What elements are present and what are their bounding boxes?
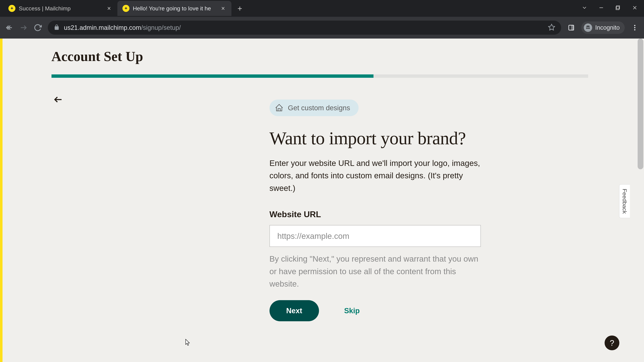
incognito-badge[interactable]: Incognito <box>581 21 625 34</box>
browser-tab-active[interactable]: ✦ Hello! You're going to love it he × <box>118 1 232 16</box>
browser-tab-inactive[interactable]: ✦ Success | Mailchimp × <box>3 1 118 16</box>
svg-point-14 <box>634 27 635 28</box>
svg-marker-8 <box>548 24 555 30</box>
disclaimer: By clicking "Next," you represent and wa… <box>270 253 481 290</box>
field-label: Website URL <box>270 210 481 219</box>
reload-button[interactable] <box>32 22 44 33</box>
tab-bar: ✦ Success | Mailchimp × ✦ Hello! You're … <box>0 0 644 17</box>
mailchimp-favicon-icon: ✦ <box>122 5 130 12</box>
minimize-icon[interactable] <box>597 5 606 12</box>
url-path: /signup/setup/ <box>141 24 181 31</box>
incognito-label: Incognito <box>595 24 620 31</box>
address-bar-row: us21.admin.mailchimp.com/signup/setup/ I… <box>0 17 644 38</box>
tab-dropdown-icon[interactable] <box>580 5 589 12</box>
help-button[interactable]: ? <box>604 336 619 350</box>
back-button[interactable] <box>3 22 15 33</box>
close-tab-icon[interactable]: × <box>106 5 112 12</box>
tab-title: Success | Mailchimp <box>19 5 103 12</box>
page-viewport: Account Set Up Get custom designs Want t… <box>0 38 644 362</box>
skip-button[interactable]: Skip <box>344 307 360 315</box>
bookmark-star-icon[interactable] <box>548 24 555 32</box>
progress-bar <box>52 74 588 78</box>
new-tab-button[interactable]: + <box>235 3 245 13</box>
custom-designs-badge: Get custom designs <box>270 99 358 116</box>
incognito-icon <box>584 23 592 32</box>
close-tab-icon[interactable]: × <box>220 5 226 12</box>
svg-point-12 <box>588 27 590 29</box>
svg-rect-10 <box>572 25 574 30</box>
brand-stripe <box>0 38 2 362</box>
house-icon <box>274 103 284 112</box>
button-row: Next Skip <box>270 300 481 321</box>
window-controls <box>580 5 644 12</box>
back-arrow-button[interactable] <box>52 93 65 106</box>
progress-fill <box>52 74 374 78</box>
svg-point-11 <box>586 27 588 29</box>
lock-icon <box>54 24 60 31</box>
feedback-tab[interactable]: Feedback <box>619 184 630 218</box>
description: Enter your website URL and we'll import … <box>270 157 481 194</box>
page-heading: Account Set Up <box>52 49 588 64</box>
close-window-icon[interactable] <box>630 5 639 12</box>
maximize-icon[interactable] <box>614 5 622 12</box>
address-bar[interactable]: us21.admin.mailchimp.com/signup/setup/ <box>48 21 561 35</box>
page-content: Account Set Up Get custom designs Want t… <box>2 38 637 362</box>
browser-chrome: ✦ Success | Mailchimp × ✦ Hello! You're … <box>0 0 644 38</box>
website-url-input[interactable] <box>270 225 481 247</box>
svg-point-13 <box>634 25 635 26</box>
browser-menu-icon[interactable] <box>629 22 641 33</box>
next-button[interactable]: Next <box>270 300 319 321</box>
forward-button[interactable] <box>18 22 29 33</box>
tab-title: Hello! You're going to love it he <box>133 5 217 12</box>
cursor-icon <box>184 339 192 347</box>
pill-label: Get custom designs <box>288 104 350 112</box>
url-host: us21.admin.mailchimp.com <box>64 24 141 31</box>
scrollbar-thumb[interactable] <box>638 38 643 169</box>
svg-point-15 <box>634 29 635 30</box>
main-title: Want to import your brand? <box>270 128 481 149</box>
mailchimp-favicon-icon: ✦ <box>8 5 16 12</box>
scrollbar-track[interactable] <box>637 38 644 362</box>
extensions-icon[interactable] <box>565 22 577 33</box>
form-area: Get custom designs Want to import your b… <box>156 99 484 321</box>
